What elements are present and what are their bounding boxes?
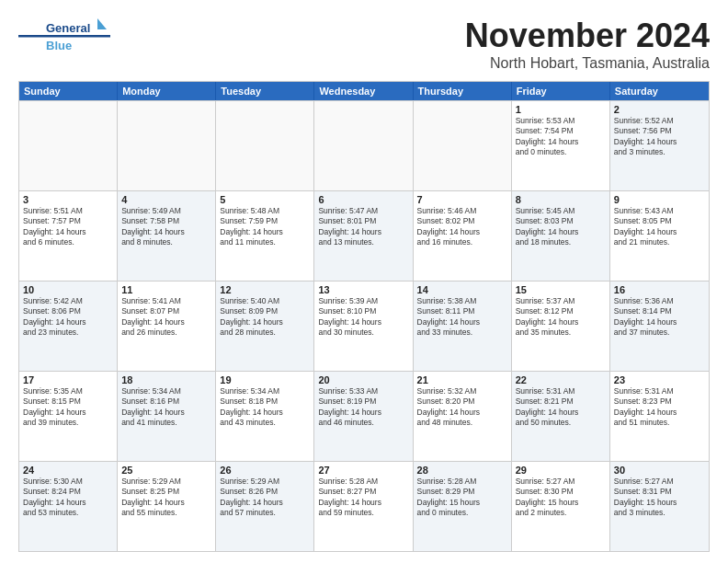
calendar-cell: 28Sunrise: 5:28 AMSunset: 8:29 PMDayligh… bbox=[414, 462, 512, 551]
cell-info-line: Daylight: 14 hours bbox=[516, 227, 606, 237]
cell-info-line: Daylight: 14 hours bbox=[121, 498, 211, 508]
cell-info-line: Sunset: 8:30 PM bbox=[516, 487, 606, 497]
cell-info-line: Daylight: 14 hours bbox=[220, 408, 310, 418]
cell-info-line: Sunrise: 5:42 AM bbox=[23, 296, 113, 306]
cell-info-line: Sunrise: 5:34 AM bbox=[220, 386, 310, 396]
day-number: 13 bbox=[318, 284, 408, 295]
day-number: 3 bbox=[23, 194, 113, 205]
cell-info-line: Sunrise: 5:34 AM bbox=[121, 386, 211, 396]
day-number: 20 bbox=[318, 374, 408, 385]
calendar-cell: 8Sunrise: 5:45 AMSunset: 8:03 PMDaylight… bbox=[512, 191, 610, 281]
cell-info-line: Daylight: 14 hours bbox=[516, 137, 606, 147]
calendar-cell: 7Sunrise: 5:46 AMSunset: 8:02 PMDaylight… bbox=[414, 191, 512, 281]
calendar-header: SundayMondayTuesdayWednesdayThursdayFrid… bbox=[19, 82, 709, 100]
calendar-cell bbox=[414, 101, 512, 190]
cell-info-line: Sunset: 8:02 PM bbox=[417, 216, 507, 226]
cell-info-line: Daylight: 14 hours bbox=[23, 498, 113, 508]
day-number: 11 bbox=[121, 284, 211, 295]
cell-info-line: Sunrise: 5:28 AM bbox=[417, 477, 507, 487]
day-number: 29 bbox=[516, 465, 606, 476]
cell-info-line: and 3 minutes. bbox=[614, 147, 705, 157]
cell-info-line: and 21 minutes. bbox=[614, 237, 705, 247]
day-number: 27 bbox=[318, 465, 408, 476]
calendar-cell: 15Sunrise: 5:37 AMSunset: 8:12 PMDayligh… bbox=[512, 282, 610, 371]
day-of-week-header: Friday bbox=[512, 82, 610, 100]
day-of-week-header: Monday bbox=[118, 82, 216, 100]
day-of-week-header: Sunday bbox=[19, 82, 118, 100]
cell-info-line: Daylight: 15 hours bbox=[417, 498, 507, 508]
day-number: 6 bbox=[318, 194, 408, 205]
day-number: 30 bbox=[614, 465, 705, 476]
day-number: 21 bbox=[417, 374, 507, 385]
cell-info-line: Sunrise: 5:36 AM bbox=[614, 296, 705, 306]
calendar-row: 1Sunrise: 5:53 AMSunset: 7:54 PMDaylight… bbox=[19, 100, 709, 190]
day-of-week-header: Tuesday bbox=[216, 82, 314, 100]
cell-info-line: and 43 minutes. bbox=[220, 418, 310, 428]
cell-info-line: and 35 minutes. bbox=[516, 327, 606, 338]
day-number: 10 bbox=[23, 284, 113, 295]
page: General Blue November 2024 North Hobart,… bbox=[0, 0, 728, 563]
cell-info-line: Daylight: 14 hours bbox=[318, 498, 408, 508]
cell-info-line: and 50 minutes. bbox=[516, 418, 606, 428]
calendar-cell: 29Sunrise: 5:27 AMSunset: 8:30 PMDayligh… bbox=[512, 462, 610, 551]
calendar-cell: 3Sunrise: 5:51 AMSunset: 7:57 PMDaylight… bbox=[19, 191, 118, 281]
cell-info-line: Sunset: 8:20 PM bbox=[417, 396, 507, 407]
calendar-cell: 4Sunrise: 5:49 AMSunset: 7:58 PMDaylight… bbox=[118, 191, 216, 281]
cell-info-line: Daylight: 14 hours bbox=[318, 227, 408, 237]
day-number: 16 bbox=[614, 284, 705, 295]
cell-info-line: Sunset: 8:18 PM bbox=[220, 396, 310, 407]
cell-info-line: Daylight: 14 hours bbox=[614, 137, 705, 147]
cell-info-line: Daylight: 14 hours bbox=[121, 317, 211, 327]
cell-info-line: Sunrise: 5:29 AM bbox=[121, 477, 211, 487]
calendar-row: 3Sunrise: 5:51 AMSunset: 7:57 PMDaylight… bbox=[19, 190, 709, 281]
cell-info-line: and 57 minutes. bbox=[220, 508, 310, 518]
main-title: November 2024 bbox=[465, 17, 710, 55]
cell-info-line: Sunset: 7:59 PM bbox=[220, 216, 310, 226]
cell-info-line: and 51 minutes. bbox=[614, 418, 705, 428]
cell-info-line: Sunset: 8:16 PM bbox=[121, 396, 211, 407]
cell-info-line: Sunrise: 5:30 AM bbox=[23, 477, 113, 487]
cell-info-line: Daylight: 14 hours bbox=[220, 227, 310, 237]
day-number: 24 bbox=[23, 465, 113, 476]
cell-info-line: Sunrise: 5:48 AM bbox=[220, 206, 310, 216]
cell-info-line: Sunset: 8:12 PM bbox=[516, 306, 606, 316]
cell-info-line: Sunset: 8:26 PM bbox=[220, 487, 310, 497]
cell-info-line: Sunrise: 5:47 AM bbox=[318, 206, 408, 216]
calendar-cell: 19Sunrise: 5:34 AMSunset: 8:18 PMDayligh… bbox=[216, 372, 314, 461]
cell-info-line: Daylight: 14 hours bbox=[121, 227, 211, 237]
cell-info-line: and 2 minutes. bbox=[516, 508, 606, 518]
day-number: 14 bbox=[417, 284, 507, 295]
cell-info-line: Daylight: 14 hours bbox=[318, 317, 408, 327]
cell-info-line: Sunset: 8:23 PM bbox=[614, 396, 705, 407]
day-number: 1 bbox=[516, 104, 606, 115]
cell-info-line: and 13 minutes. bbox=[318, 237, 408, 247]
cell-info-line: Daylight: 14 hours bbox=[417, 408, 507, 418]
calendar-cell: 5Sunrise: 5:48 AMSunset: 7:59 PMDaylight… bbox=[216, 191, 314, 281]
cell-info-line: Daylight: 14 hours bbox=[23, 227, 113, 237]
day-of-week-header: Saturday bbox=[610, 82, 709, 100]
logo: General Blue bbox=[18, 17, 110, 57]
cell-info-line: and 37 minutes. bbox=[614, 327, 705, 338]
calendar-cell: 16Sunrise: 5:36 AMSunset: 8:14 PMDayligh… bbox=[610, 282, 709, 371]
calendar-cell bbox=[118, 101, 216, 190]
cell-info-line: Sunrise: 5:27 AM bbox=[614, 477, 705, 487]
day-number: 2 bbox=[614, 104, 705, 115]
cell-info-line: Sunset: 7:56 PM bbox=[614, 126, 705, 136]
calendar-cell bbox=[216, 101, 314, 190]
day-number: 5 bbox=[220, 194, 310, 205]
cell-info-line: Daylight: 15 hours bbox=[614, 498, 705, 508]
cell-info-line: Sunset: 8:29 PM bbox=[417, 487, 507, 497]
day-number: 26 bbox=[220, 465, 310, 476]
cell-info-line: Sunrise: 5:40 AM bbox=[220, 296, 310, 306]
calendar-cell: 27Sunrise: 5:28 AMSunset: 8:27 PMDayligh… bbox=[314, 462, 413, 551]
cell-info-line: Sunset: 8:19 PM bbox=[318, 396, 408, 407]
cell-info-line: Sunset: 7:57 PM bbox=[23, 216, 113, 226]
day-number: 15 bbox=[516, 284, 606, 295]
cell-info-line: and 30 minutes. bbox=[318, 327, 408, 338]
cell-info-line: and 11 minutes. bbox=[220, 237, 310, 247]
cell-info-line: Sunset: 8:09 PM bbox=[220, 306, 310, 316]
calendar-cell: 30Sunrise: 5:27 AMSunset: 8:31 PMDayligh… bbox=[610, 462, 709, 551]
cell-info-line: Sunset: 8:05 PM bbox=[614, 216, 705, 226]
day-number: 28 bbox=[417, 465, 507, 476]
cell-info-line: Sunset: 8:15 PM bbox=[23, 396, 113, 407]
